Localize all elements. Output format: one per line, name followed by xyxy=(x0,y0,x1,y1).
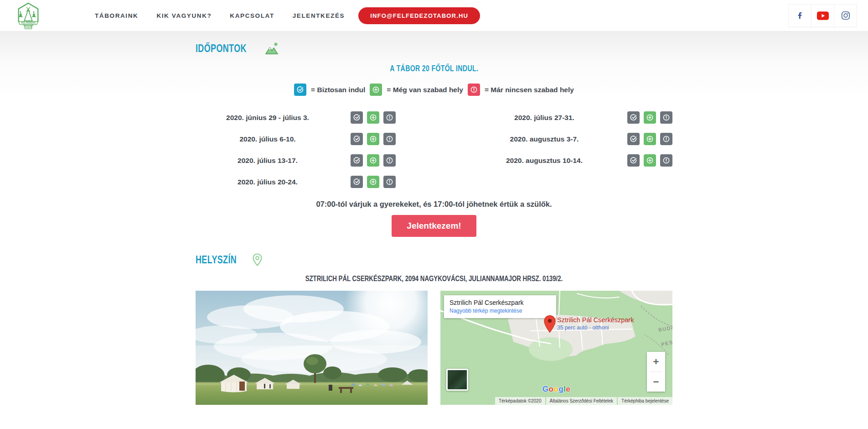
status-check-circle-icon[interactable] xyxy=(351,154,363,167)
map-info-card: Sztrilich Pál Cserkészpark Nagyobb térké… xyxy=(444,295,556,318)
satellite-view-toggle[interactable] xyxy=(446,369,468,391)
status-plus-circle-icon[interactable] xyxy=(367,111,379,124)
status-icons xyxy=(627,111,672,124)
camp-date-row: 2020. július 13-17. xyxy=(196,150,396,171)
check-circle-icon xyxy=(294,84,306,96)
legend-label-nincs-hely: = Már nincsen szabad hely xyxy=(485,86,574,94)
location-heading-text: HELYSZÍN xyxy=(196,254,237,266)
page-body: IDŐPONTOK A TÁBOR 20 FŐTŐL INDUL. = Bizt… xyxy=(0,31,868,405)
zoom-out-button[interactable]: − xyxy=(647,372,665,392)
alert-circle-icon xyxy=(468,84,480,96)
status-plus-circle-icon[interactable] xyxy=(367,154,379,167)
facebook-icon[interactable] xyxy=(788,4,811,27)
email-button[interactable]: INFO@FELFEDEZOTABOR.HU xyxy=(358,7,480,24)
date-label: 2020. július 20-24. xyxy=(196,178,351,186)
location-section: HELYSZÍN SZTRILICH PÁL CSERKÉSZPARK, 209… xyxy=(196,253,672,405)
status-icons xyxy=(627,133,672,145)
status-alert-circle-icon[interactable] xyxy=(383,111,396,124)
status-icons xyxy=(351,176,396,188)
status-alert-circle-icon[interactable] xyxy=(383,133,396,145)
pickup-note: 07:00-tól várjuk a gyerekeket, és 17:00-… xyxy=(196,200,672,209)
dates-column-left: 2020. június 29 - július 3. 2020. július… xyxy=(196,107,396,193)
map-pin-icon xyxy=(253,253,262,266)
camp-photo xyxy=(196,291,428,405)
legend-label-szabad-hely: = Még van szabad hely xyxy=(387,86,463,94)
plus-circle-icon xyxy=(370,84,382,96)
status-icons xyxy=(351,111,396,124)
camp-address: SZTRILICH PÁL CSERKÉSZPARK, 2094 NAGYKOV… xyxy=(196,274,672,283)
map-travel-time-link[interactable]: 35 perc autó - otthoni xyxy=(557,324,634,331)
felfedezo-tabor-logo-icon[interactable]: FELFEDEZŐ TÁBOR xyxy=(16,2,41,31)
camp-date-row: 2020. július 20-24. xyxy=(196,171,396,193)
map-attribution: Térképadatok ©2020 Általános Szerződési … xyxy=(494,397,672,405)
map-larger-link[interactable]: Nagyobb térkép megtekintése xyxy=(450,308,551,314)
status-check-circle-icon[interactable] xyxy=(627,111,640,124)
camp-dates-grid: 2020. június 29 - július 3. 2020. július… xyxy=(196,107,672,193)
apply-button[interactable]: Jelentkezem! xyxy=(392,215,476,237)
status-plus-circle-icon[interactable] xyxy=(644,154,656,167)
google-map[interactable]: Sztrilich Pál Cserkészpark Nagyobb térké… xyxy=(440,291,672,405)
status-alert-circle-icon[interactable] xyxy=(383,176,396,188)
status-check-circle-icon[interactable] xyxy=(351,111,363,124)
instagram-icon[interactable] xyxy=(834,4,857,27)
location-heading: HELYSZÍN xyxy=(196,253,672,266)
status-plus-circle-icon[interactable] xyxy=(367,176,379,188)
schedule-heading: IDŐPONTOK xyxy=(196,42,672,55)
zoom-in-button[interactable]: + xyxy=(647,352,665,371)
google-logo[interactable]: Google xyxy=(542,385,571,394)
status-alert-circle-icon[interactable] xyxy=(660,154,672,167)
map-marker-icon[interactable] xyxy=(543,314,556,334)
dates-column-right: 2020. július 27-31. 2020. augusztus 3-7. xyxy=(472,107,672,193)
mountain-icon xyxy=(265,42,279,55)
camp-date-row: 2020. augusztus 10-14. xyxy=(472,150,672,171)
status-check-circle-icon[interactable] xyxy=(627,154,640,167)
youtube-icon[interactable] xyxy=(811,4,834,27)
status-alert-circle-icon[interactable] xyxy=(660,111,672,124)
main-nav: TÁBORAINK KIK VAGYUNK? KAPCSOLAT JELENTK… xyxy=(95,12,345,19)
date-label: 2020. augusztus 10-14. xyxy=(472,157,627,165)
social-links xyxy=(789,4,857,27)
nav-kik-vagyunk[interactable]: KIK VAGYUNK? xyxy=(156,12,212,19)
report-error-link[interactable]: Térképhiba bejelentése xyxy=(618,397,672,405)
status-check-circle-icon[interactable] xyxy=(351,133,363,145)
status-icons xyxy=(351,154,396,167)
svg-text:FELFEDEZŐ: FELFEDEZŐ xyxy=(21,21,36,24)
legend-label-biztosan: = Biztosan indul xyxy=(311,86,365,94)
date-label: 2020. július 6-10. xyxy=(196,135,351,143)
camp-date-row: 2020. augusztus 3-7. xyxy=(472,128,672,150)
status-plus-circle-icon[interactable] xyxy=(644,111,656,124)
date-label: 2020. augusztus 3-7. xyxy=(472,135,627,143)
schedule-heading-text: IDŐPONTOK xyxy=(196,42,247,55)
date-label: 2020. június 29 - július 3. xyxy=(196,114,351,122)
camp-date-row: 2020. július 6-10. xyxy=(196,128,396,150)
map-data-copyright: Térképadatok ©2020 xyxy=(495,397,545,405)
date-label: 2020. július 13-17. xyxy=(196,157,351,165)
nav-jelentkezes[interactable]: JELENTKEZÉS xyxy=(293,12,345,19)
status-icons xyxy=(351,133,396,145)
status-check-circle-icon[interactable] xyxy=(351,176,363,188)
top-navbar: FELFEDEZŐ TÁBOR TÁBORAINK KIK VAGYUNK? K… xyxy=(0,0,868,31)
status-plus-circle-icon[interactable] xyxy=(367,133,379,145)
map-info-title: Sztrilich Pál Cserkészpark xyxy=(450,299,551,306)
map-place-label: Sztrilich Pál Cserkészpark 35 perc autó … xyxy=(557,316,634,331)
status-plus-circle-icon[interactable] xyxy=(644,133,656,145)
nav-taboraink[interactable]: TÁBORAINK xyxy=(95,12,138,19)
camp-date-row: 2020. június 29 - július 3. xyxy=(196,107,396,128)
svg-text:TÁBOR: TÁBOR xyxy=(25,26,32,28)
status-alert-circle-icon[interactable] xyxy=(660,133,672,145)
date-label: 2020. július 27-31. xyxy=(472,114,627,122)
schedule-subheading: A TÁBOR 20 FŐTŐL INDUL. xyxy=(196,64,672,73)
nav-kapcsolat[interactable]: KAPCSOLAT xyxy=(230,12,274,19)
status-legend: = Biztosan indul = Még van szabad hely =… xyxy=(196,84,672,96)
map-zoom-control: + − xyxy=(647,352,665,392)
status-alert-circle-icon[interactable] xyxy=(383,154,396,167)
map-place-title: Sztrilich Pál Cserkészpark xyxy=(557,316,634,324)
status-check-circle-icon[interactable] xyxy=(627,133,640,145)
schedule-section: IDŐPONTOK A TÁBOR 20 FŐTŐL INDUL. = Bizt… xyxy=(196,42,672,237)
status-icons xyxy=(627,154,672,167)
terms-link[interactable]: Általános Szerződési Feltételek xyxy=(546,397,617,405)
camp-date-row: 2020. július 27-31. xyxy=(472,107,672,128)
